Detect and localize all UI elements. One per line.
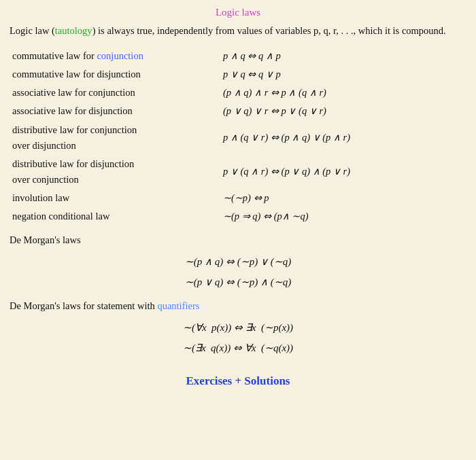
law-formula: ∼(p ⇒ q) ⇔ (p∧ ∼q) [220, 207, 466, 226]
intro-paragraph: Logic law (tautology) is always true, in… [10, 24, 466, 39]
law-name: distributive law for disjunctionover con… [10, 155, 220, 189]
tautology-word: tautology [55, 25, 92, 36]
law-formula: (p ∧ q) ∧ r ⇔ p ∧ (q ∧ r) [220, 84, 466, 102]
page-title: Logic laws [10, 7, 466, 18]
table-row: distributive law for conjunctionover dis… [10, 121, 466, 155]
law-name: distributive law for conjunctionover dis… [10, 121, 220, 155]
table-row: associative law for disjunction (p ∨ q) … [10, 102, 466, 120]
law-name: involution law [10, 189, 220, 207]
intro-after: ) is always true, independently from val… [92, 25, 446, 36]
law-name: associative law for conjunction [10, 84, 220, 102]
de-morgan-formula-2: ∼(p ∨ q) ⇔ (∼p) ∧ (∼q) [10, 272, 466, 292]
law-formula: p ∨ q ⇔ q ∨ p [220, 65, 466, 84]
law-name: commutative law for disjunction [10, 65, 220, 84]
table-row: distributive law for disjunctionover con… [10, 155, 466, 189]
de-morgan-quantifiers-formulas: ∼(∀x p(x)) ⇔ ∃x (∼p(x)) ∼(∃x q(x)) ⇔ ∀x … [10, 317, 466, 358]
law-name: commutative law for conjunction [10, 47, 220, 65]
law-formula: p ∧ q ⇔ q ∧ p [220, 47, 466, 65]
quantifiers-link[interactable]: quantifiers [157, 300, 199, 311]
law-name: negation conditional law [10, 207, 220, 226]
table-row: commutative law for conjunction p ∧ q ⇔ … [10, 47, 466, 65]
de-morgan-formula-1: ∼(p ∧ q) ⇔ (∼p) ∨ (∼q) [10, 251, 466, 272]
law-formula: p ∧ (q ∨ r) ⇔ (p ∧ q) ∨ (p ∧ r) [220, 121, 466, 155]
law-name: associative law for disjunction [10, 102, 220, 120]
de-morgan-quantifiers-formula-2: ∼(∃x q(x)) ⇔ ∀x (∼q(x)) [10, 338, 466, 358]
laws-table: commutative law for conjunction p ∧ q ⇔ … [10, 47, 466, 226]
table-row: associative law for conjunction (p ∧ q) … [10, 84, 466, 102]
table-row: negation conditional law ∼(p ⇒ q) ⇔ (p∧ … [10, 207, 466, 226]
conjunction-colored: conjunction [97, 50, 143, 61]
de-morgan-title: De Morgan's laws [10, 234, 466, 246]
dm-quantifiers-before: De Morgan's laws for statement with [10, 300, 157, 311]
de-morgan-quantifiers-title: De Morgan's laws for statement with quan… [10, 300, 466, 312]
law-formula: (p ∨ q) ∨ r ⇔ p ∨ (q ∨ r) [220, 102, 466, 120]
law-formula: ∼(∼p) ⇔ p [220, 189, 466, 207]
de-morgan-quantifiers-formula-1: ∼(∀x p(x)) ⇔ ∃x (∼p(x)) [10, 317, 466, 338]
table-row: commutative law for disjunction p ∨ q ⇔ … [10, 65, 466, 84]
exercises-link[interactable]: Exercises + Solutions [186, 374, 290, 387]
table-row: involution law ∼(∼p) ⇔ p [10, 189, 466, 207]
exercises-section: Exercises + Solutions [10, 374, 466, 388]
law-formula: p ∨ (q ∧ r) ⇔ (p ∨ q) ∧ (p ∨ r) [220, 155, 466, 189]
intro-before: Logic law ( [10, 25, 55, 36]
de-morgan-formulas: ∼(p ∧ q) ⇔ (∼p) ∨ (∼q) ∼(p ∨ q) ⇔ (∼p) ∧… [10, 251, 466, 292]
